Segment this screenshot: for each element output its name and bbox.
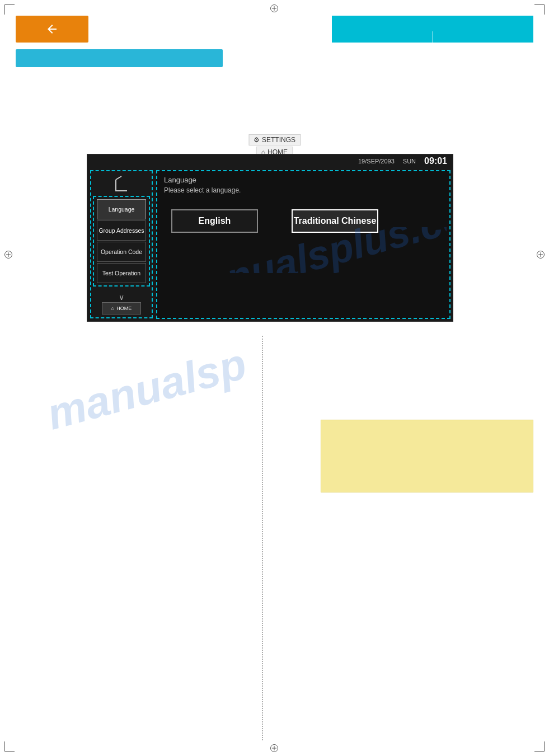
cyan-header-bar [332,16,533,43]
chevron-down-icon: ∨ [119,293,124,302]
crosshair-bottom [270,744,278,752]
content-title: Language [157,171,449,186]
day-display: SUN [403,158,416,165]
english-button[interactable]: English [171,209,258,233]
back-icon [45,22,59,36]
corner-mark-bl [4,741,15,752]
sidebar-item-test-operation[interactable]: Test Operation [97,263,146,283]
crosshair-right [537,251,545,259]
sidebar-item-language[interactable]: Language [97,199,146,219]
sidebar-container: Language Group Addresses Operation Code … [90,170,153,318]
cyan-bar-divider [432,31,433,58]
settings-icon: ⚙ [254,136,260,144]
yellow-info-box [321,420,533,492]
language-buttons-container: English Traditional Chinese [157,201,449,241]
time-display: 09:01 [424,156,447,166]
device-screen: 19/SEP/2093 SUN 09:01 Language Group Add… [87,154,453,322]
corner-mark-tl [4,4,15,15]
traditional-chinese-button[interactable]: Traditional Chinese [292,209,378,233]
blue-subbar [16,49,223,67]
settings-label: SETTINGS [262,136,295,144]
menu-corner-icon [111,175,132,195]
crosshair-top [270,4,278,12]
sidebar-item-group-addresses[interactable]: Group Addresses [97,220,146,241]
sidebar-home-icon: ⌂ [111,306,114,311]
sidebar-home-button[interactable]: ⌂ HOME [102,302,141,314]
corner-mark-br [534,741,545,752]
nav-settings[interactable]: ⚙ SETTINGS [248,134,301,145]
corner-mark-tr [534,4,545,15]
sidebar-items-container: Language Group Addresses Operation Code … [93,196,150,287]
sidebar-item-operation-code[interactable]: Operation Code [97,242,146,262]
top-bar [16,16,533,43]
content-description: Please select a language. [157,186,449,201]
back-button[interactable] [16,16,88,43]
status-bar: 19/SEP/2093 SUN 09:01 [358,154,447,168]
crosshair-left [4,251,12,259]
date-display: 19/SEP/2093 [358,158,395,165]
main-content-panel: Language Please select a language. Engli… [156,170,451,319]
sidebar-home-label: HOME [116,306,132,311]
page-watermark: manualsp [41,338,251,440]
menu-icon-area [107,174,135,196]
dotted-vertical-line [262,336,263,740]
